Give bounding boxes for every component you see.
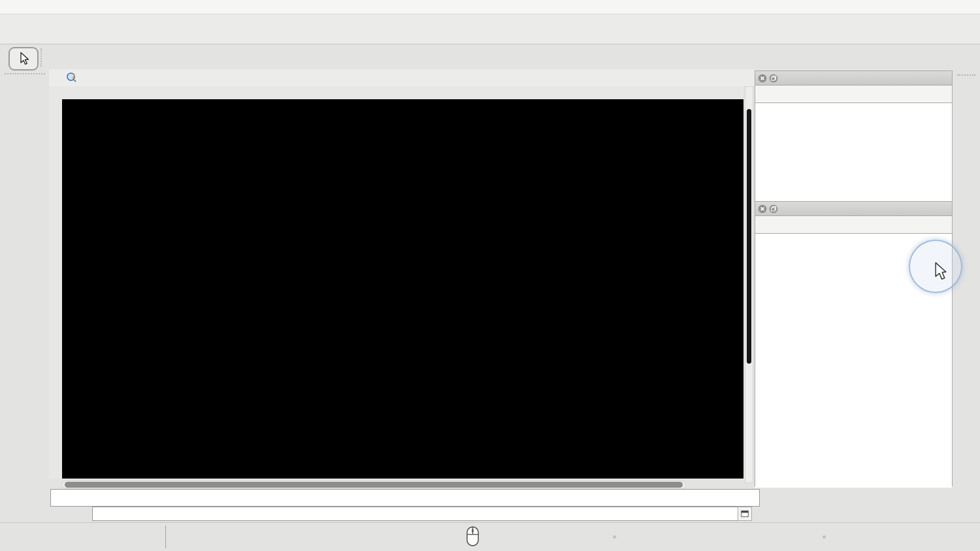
status-bar bbox=[0, 522, 980, 551]
close-panel-icon[interactable] bbox=[758, 204, 767, 213]
dock-toggle-strip bbox=[953, 69, 980, 522]
document-app-icon bbox=[66, 72, 77, 83]
drawing-canvas[interactable] bbox=[62, 99, 743, 479]
layer-list bbox=[755, 234, 952, 488]
status-dot-icon bbox=[823, 535, 826, 539]
horizontal-scrollbar[interactable] bbox=[62, 480, 686, 489]
menu-bar bbox=[0, 0, 980, 14]
librecad-window bbox=[0, 0, 980, 551]
layer-list-toolbar bbox=[755, 216, 952, 234]
document-header bbox=[49, 69, 755, 87]
document-window bbox=[49, 69, 755, 522]
vertical-ruler bbox=[49, 99, 63, 479]
vertical-scrollbar[interactable] bbox=[745, 86, 753, 483]
command-history bbox=[50, 489, 760, 507]
select-arrow-icon bbox=[16, 51, 31, 67]
horizontal-scrollbar-thumb[interactable] bbox=[65, 482, 683, 488]
block-list-panel bbox=[755, 71, 953, 201]
select-tool-button[interactable] bbox=[8, 47, 39, 71]
statusbar-separator bbox=[165, 526, 166, 548]
status-dot-icon bbox=[613, 535, 616, 539]
main-toolbar bbox=[0, 14, 980, 44]
horizontal-ruler bbox=[49, 86, 743, 100]
float-panel-icon[interactable] bbox=[769, 74, 778, 83]
float-panel-icon[interactable] bbox=[769, 204, 778, 213]
window-icon bbox=[740, 509, 749, 518]
close-panel-icon[interactable] bbox=[758, 74, 767, 83]
toolbar-separator bbox=[41, 48, 42, 67]
command-detach-button[interactable] bbox=[738, 507, 752, 521]
vertical-scrollbar-thumb[interactable] bbox=[747, 109, 751, 364]
block-list-titlebar bbox=[755, 71, 952, 86]
mouse-icon bbox=[465, 526, 480, 547]
block-list-toolbar bbox=[755, 86, 952, 103]
layer-list-titlebar bbox=[755, 202, 952, 216]
block-list bbox=[755, 103, 952, 202]
command-input[interactable] bbox=[92, 507, 742, 521]
mouse-cursor-icon bbox=[934, 261, 947, 281]
strip-drag-handle[interactable] bbox=[957, 74, 975, 76]
tool-palette bbox=[0, 71, 49, 522]
layer-list-panel bbox=[755, 201, 953, 486]
palette-drag-handle[interactable] bbox=[5, 73, 45, 74]
command-row bbox=[49, 506, 755, 522]
